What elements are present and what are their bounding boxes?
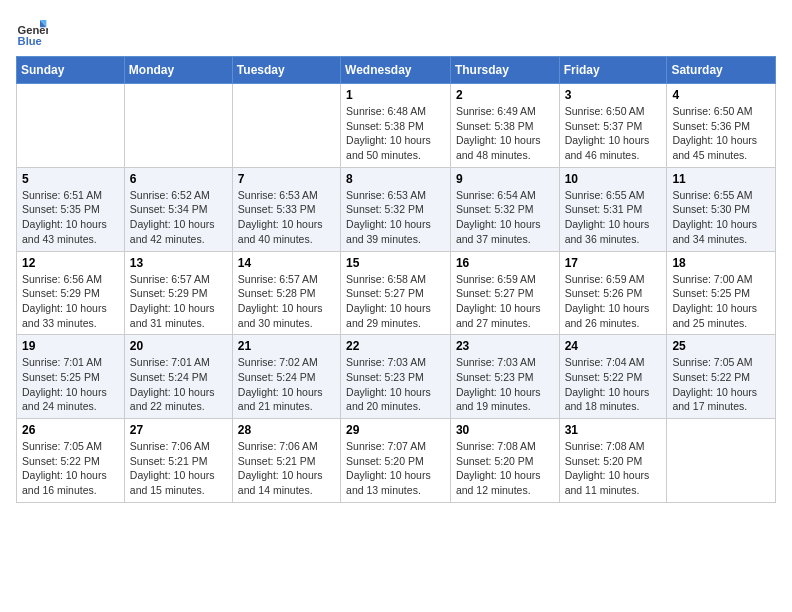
calendar-cell: 24Sunrise: 7:04 AM Sunset: 5:22 PM Dayli… bbox=[559, 335, 667, 419]
calendar-cell bbox=[17, 84, 125, 168]
day-info: Sunrise: 7:03 AM Sunset: 5:23 PM Dayligh… bbox=[456, 355, 554, 414]
calendar-cell: 18Sunrise: 7:00 AM Sunset: 5:25 PM Dayli… bbox=[667, 251, 776, 335]
calendar-cell: 27Sunrise: 7:06 AM Sunset: 5:21 PM Dayli… bbox=[124, 419, 232, 503]
calendar-cell: 15Sunrise: 6:58 AM Sunset: 5:27 PM Dayli… bbox=[341, 251, 451, 335]
svg-text:Blue: Blue bbox=[18, 35, 42, 47]
day-info: Sunrise: 7:06 AM Sunset: 5:21 PM Dayligh… bbox=[130, 439, 227, 498]
day-info: Sunrise: 7:06 AM Sunset: 5:21 PM Dayligh… bbox=[238, 439, 335, 498]
calendar-cell: 19Sunrise: 7:01 AM Sunset: 5:25 PM Dayli… bbox=[17, 335, 125, 419]
col-header-tuesday: Tuesday bbox=[232, 57, 340, 84]
day-number: 23 bbox=[456, 339, 554, 353]
day-number: 1 bbox=[346, 88, 445, 102]
day-number: 13 bbox=[130, 256, 227, 270]
calendar-cell: 7Sunrise: 6:53 AM Sunset: 5:33 PM Daylig… bbox=[232, 167, 340, 251]
page-header: General Blue bbox=[16, 16, 776, 48]
day-info: Sunrise: 6:56 AM Sunset: 5:29 PM Dayligh… bbox=[22, 272, 119, 331]
calendar-cell: 4Sunrise: 6:50 AM Sunset: 5:36 PM Daylig… bbox=[667, 84, 776, 168]
day-number: 21 bbox=[238, 339, 335, 353]
calendar-cell: 21Sunrise: 7:02 AM Sunset: 5:24 PM Dayli… bbox=[232, 335, 340, 419]
day-number: 20 bbox=[130, 339, 227, 353]
day-number: 11 bbox=[672, 172, 770, 186]
logo-icon: General Blue bbox=[16, 16, 48, 48]
logo: General Blue bbox=[16, 16, 52, 48]
calendar-cell: 8Sunrise: 6:53 AM Sunset: 5:32 PM Daylig… bbox=[341, 167, 451, 251]
calendar-cell: 26Sunrise: 7:05 AM Sunset: 5:22 PM Dayli… bbox=[17, 419, 125, 503]
calendar-cell: 14Sunrise: 6:57 AM Sunset: 5:28 PM Dayli… bbox=[232, 251, 340, 335]
calendar-cell: 28Sunrise: 7:06 AM Sunset: 5:21 PM Dayli… bbox=[232, 419, 340, 503]
calendar-cell: 11Sunrise: 6:55 AM Sunset: 5:30 PM Dayli… bbox=[667, 167, 776, 251]
day-info: Sunrise: 7:03 AM Sunset: 5:23 PM Dayligh… bbox=[346, 355, 445, 414]
calendar-cell: 31Sunrise: 7:08 AM Sunset: 5:20 PM Dayli… bbox=[559, 419, 667, 503]
day-info: Sunrise: 6:52 AM Sunset: 5:34 PM Dayligh… bbox=[130, 188, 227, 247]
day-number: 15 bbox=[346, 256, 445, 270]
day-number: 9 bbox=[456, 172, 554, 186]
day-number: 12 bbox=[22, 256, 119, 270]
day-info: Sunrise: 6:50 AM Sunset: 5:36 PM Dayligh… bbox=[672, 104, 770, 163]
day-number: 2 bbox=[456, 88, 554, 102]
day-number: 4 bbox=[672, 88, 770, 102]
day-info: Sunrise: 6:55 AM Sunset: 5:31 PM Dayligh… bbox=[565, 188, 662, 247]
day-info: Sunrise: 7:01 AM Sunset: 5:24 PM Dayligh… bbox=[130, 355, 227, 414]
day-number: 27 bbox=[130, 423, 227, 437]
day-info: Sunrise: 6:58 AM Sunset: 5:27 PM Dayligh… bbox=[346, 272, 445, 331]
col-header-monday: Monday bbox=[124, 57, 232, 84]
calendar-cell: 25Sunrise: 7:05 AM Sunset: 5:22 PM Dayli… bbox=[667, 335, 776, 419]
calendar-week-row: 12Sunrise: 6:56 AM Sunset: 5:29 PM Dayli… bbox=[17, 251, 776, 335]
day-number: 28 bbox=[238, 423, 335, 437]
day-number: 22 bbox=[346, 339, 445, 353]
day-number: 30 bbox=[456, 423, 554, 437]
calendar-week-row: 5Sunrise: 6:51 AM Sunset: 5:35 PM Daylig… bbox=[17, 167, 776, 251]
day-info: Sunrise: 6:53 AM Sunset: 5:32 PM Dayligh… bbox=[346, 188, 445, 247]
day-info: Sunrise: 6:48 AM Sunset: 5:38 PM Dayligh… bbox=[346, 104, 445, 163]
day-info: Sunrise: 7:02 AM Sunset: 5:24 PM Dayligh… bbox=[238, 355, 335, 414]
day-info: Sunrise: 7:05 AM Sunset: 5:22 PM Dayligh… bbox=[22, 439, 119, 498]
calendar-cell: 29Sunrise: 7:07 AM Sunset: 5:20 PM Dayli… bbox=[341, 419, 451, 503]
calendar-cell: 16Sunrise: 6:59 AM Sunset: 5:27 PM Dayli… bbox=[450, 251, 559, 335]
day-number: 31 bbox=[565, 423, 662, 437]
day-number: 25 bbox=[672, 339, 770, 353]
calendar-cell: 9Sunrise: 6:54 AM Sunset: 5:32 PM Daylig… bbox=[450, 167, 559, 251]
calendar-week-row: 1Sunrise: 6:48 AM Sunset: 5:38 PM Daylig… bbox=[17, 84, 776, 168]
calendar-cell: 23Sunrise: 7:03 AM Sunset: 5:23 PM Dayli… bbox=[450, 335, 559, 419]
calendar-week-row: 19Sunrise: 7:01 AM Sunset: 5:25 PM Dayli… bbox=[17, 335, 776, 419]
calendar-cell: 30Sunrise: 7:08 AM Sunset: 5:20 PM Dayli… bbox=[450, 419, 559, 503]
day-info: Sunrise: 6:57 AM Sunset: 5:28 PM Dayligh… bbox=[238, 272, 335, 331]
calendar-cell: 6Sunrise: 6:52 AM Sunset: 5:34 PM Daylig… bbox=[124, 167, 232, 251]
calendar-cell: 10Sunrise: 6:55 AM Sunset: 5:31 PM Dayli… bbox=[559, 167, 667, 251]
calendar-table: SundayMondayTuesdayWednesdayThursdayFrid… bbox=[16, 56, 776, 503]
calendar-cell bbox=[124, 84, 232, 168]
col-header-friday: Friday bbox=[559, 57, 667, 84]
calendar-cell: 5Sunrise: 6:51 AM Sunset: 5:35 PM Daylig… bbox=[17, 167, 125, 251]
day-info: Sunrise: 7:00 AM Sunset: 5:25 PM Dayligh… bbox=[672, 272, 770, 331]
day-number: 29 bbox=[346, 423, 445, 437]
day-info: Sunrise: 7:05 AM Sunset: 5:22 PM Dayligh… bbox=[672, 355, 770, 414]
col-header-thursday: Thursday bbox=[450, 57, 559, 84]
day-number: 19 bbox=[22, 339, 119, 353]
calendar-cell: 13Sunrise: 6:57 AM Sunset: 5:29 PM Dayli… bbox=[124, 251, 232, 335]
col-header-wednesday: Wednesday bbox=[341, 57, 451, 84]
calendar-cell: 20Sunrise: 7:01 AM Sunset: 5:24 PM Dayli… bbox=[124, 335, 232, 419]
day-info: Sunrise: 6:57 AM Sunset: 5:29 PM Dayligh… bbox=[130, 272, 227, 331]
calendar-cell: 12Sunrise: 6:56 AM Sunset: 5:29 PM Dayli… bbox=[17, 251, 125, 335]
day-info: Sunrise: 7:08 AM Sunset: 5:20 PM Dayligh… bbox=[456, 439, 554, 498]
calendar-cell: 1Sunrise: 6:48 AM Sunset: 5:38 PM Daylig… bbox=[341, 84, 451, 168]
day-number: 6 bbox=[130, 172, 227, 186]
calendar-cell bbox=[232, 84, 340, 168]
day-number: 14 bbox=[238, 256, 335, 270]
day-info: Sunrise: 6:54 AM Sunset: 5:32 PM Dayligh… bbox=[456, 188, 554, 247]
calendar-cell: 3Sunrise: 6:50 AM Sunset: 5:37 PM Daylig… bbox=[559, 84, 667, 168]
day-info: Sunrise: 7:01 AM Sunset: 5:25 PM Dayligh… bbox=[22, 355, 119, 414]
day-info: Sunrise: 6:59 AM Sunset: 5:27 PM Dayligh… bbox=[456, 272, 554, 331]
day-info: Sunrise: 6:49 AM Sunset: 5:38 PM Dayligh… bbox=[456, 104, 554, 163]
day-info: Sunrise: 7:07 AM Sunset: 5:20 PM Dayligh… bbox=[346, 439, 445, 498]
day-number: 24 bbox=[565, 339, 662, 353]
day-number: 8 bbox=[346, 172, 445, 186]
day-info: Sunrise: 6:55 AM Sunset: 5:30 PM Dayligh… bbox=[672, 188, 770, 247]
day-number: 3 bbox=[565, 88, 662, 102]
day-number: 18 bbox=[672, 256, 770, 270]
day-number: 16 bbox=[456, 256, 554, 270]
calendar-cell: 22Sunrise: 7:03 AM Sunset: 5:23 PM Dayli… bbox=[341, 335, 451, 419]
day-info: Sunrise: 6:51 AM Sunset: 5:35 PM Dayligh… bbox=[22, 188, 119, 247]
day-info: Sunrise: 7:04 AM Sunset: 5:22 PM Dayligh… bbox=[565, 355, 662, 414]
day-info: Sunrise: 6:53 AM Sunset: 5:33 PM Dayligh… bbox=[238, 188, 335, 247]
